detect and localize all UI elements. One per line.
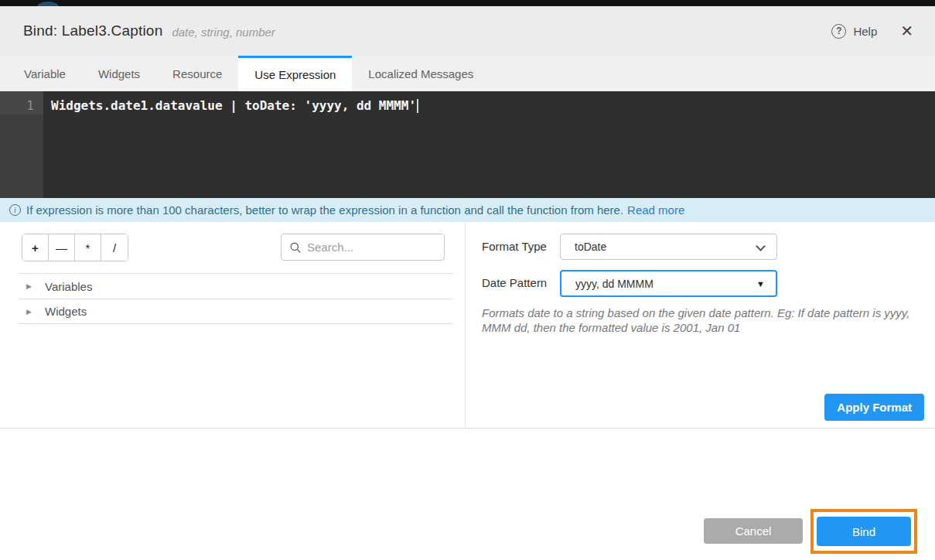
format-type-value: toDate: [575, 241, 606, 253]
chevron-right-icon: ▶: [26, 282, 34, 290]
tab-resource[interactable]: Resource: [156, 56, 238, 91]
editor-line-number: 1: [0, 98, 34, 113]
date-pattern-value: yyyy, dd MMMM: [575, 278, 653, 290]
date-pattern-select[interactable]: yyyy, dd MMMM ▼: [560, 270, 777, 297]
builder-panels: + — * / ▶ Variables ▶ Widgets: [0, 222, 935, 429]
info-icon: i: [9, 204, 21, 216]
tree-item-label: Widgets: [45, 305, 87, 318]
format-type-select[interactable]: toDate: [560, 234, 777, 260]
tab-bar: Variable Widgets Resource Use Expression…: [0, 56, 935, 91]
bind-button[interactable]: Bind: [817, 517, 911, 546]
minus-operator-button[interactable]: —: [49, 234, 75, 261]
chevron-down-icon: [756, 241, 766, 251]
search-box: [281, 234, 445, 261]
help-icon: ?: [831, 24, 846, 39]
apply-format-button[interactable]: Apply Format: [824, 394, 924, 421]
dialog-title: Bind: Label3.Caption: [23, 22, 162, 39]
search-input[interactable]: [307, 241, 431, 254]
cancel-button[interactable]: Cancel: [704, 518, 803, 544]
format-description: Formats date to a string based on the gi…: [482, 306, 927, 335]
tree-item-variables[interactable]: ▶ Variables: [19, 273, 453, 299]
date-pattern-label: Date Pattern: [482, 276, 547, 289]
tab-widgets[interactable]: Widgets: [82, 56, 156, 91]
read-more-link[interactable]: Read more: [627, 203, 684, 217]
help-label: Help: [853, 25, 877, 38]
tab-localized-messages[interactable]: Localized Messages: [352, 56, 490, 91]
tree-item-widgets[interactable]: ▶ Widgets: [19, 299, 453, 324]
bind-dialog: Bind: Label3.Caption date, string, numbe…: [0, 0, 935, 560]
expression-code-editor[interactable]: 1 Widgets.date1.datavalue | toDate: 'yyy…: [0, 91, 935, 198]
expression-code-line[interactable]: Widgets.date1.datavalue | toDate: 'yyyy,…: [51, 98, 418, 113]
search-icon: [289, 241, 302, 254]
tab-use-expression[interactable]: Use Expression: [238, 56, 352, 91]
format-type-label: Format Type: [482, 240, 547, 253]
expression-text: Widgets.date1.datavalue | toDate: 'yyyy,…: [51, 98, 416, 113]
dialog-subtitle: date, string, number: [172, 24, 275, 39]
divide-operator-button[interactable]: /: [101, 234, 128, 261]
info-message: If expression is more than 100 character…: [26, 203, 623, 217]
source-tree: ▶ Variables ▶ Widgets: [19, 273, 453, 324]
info-bar: i If expression is more than 100 charact…: [0, 198, 935, 222]
format-panel: Format Type toDate Date Pattern yyyy, dd…: [465, 222, 935, 429]
operator-button-group: + — * /: [22, 234, 128, 261]
dropdown-arrow-icon: ▼: [756, 279, 765, 289]
chevron-right-icon: ▶: [26, 308, 34, 316]
annotation-highlight-box: Bind: [810, 509, 917, 554]
underlying-app-strip: [0, 0, 935, 6]
multiply-operator-button[interactable]: *: [75, 234, 101, 261]
expression-sources-panel: + — * / ▶ Variables ▶ Widgets: [0, 222, 465, 429]
plus-operator-button[interactable]: +: [22, 234, 49, 261]
tree-item-label: Variables: [45, 280, 92, 293]
close-icon[interactable]: ✕: [900, 23, 913, 39]
tab-variable[interactable]: Variable: [8, 56, 82, 91]
help-button[interactable]: ? Help: [831, 24, 877, 39]
dialog-header: Bind: Label3.Caption date, string, numbe…: [0, 6, 935, 56]
text-caret: [417, 99, 418, 113]
editor-gutter: 1: [0, 91, 43, 198]
